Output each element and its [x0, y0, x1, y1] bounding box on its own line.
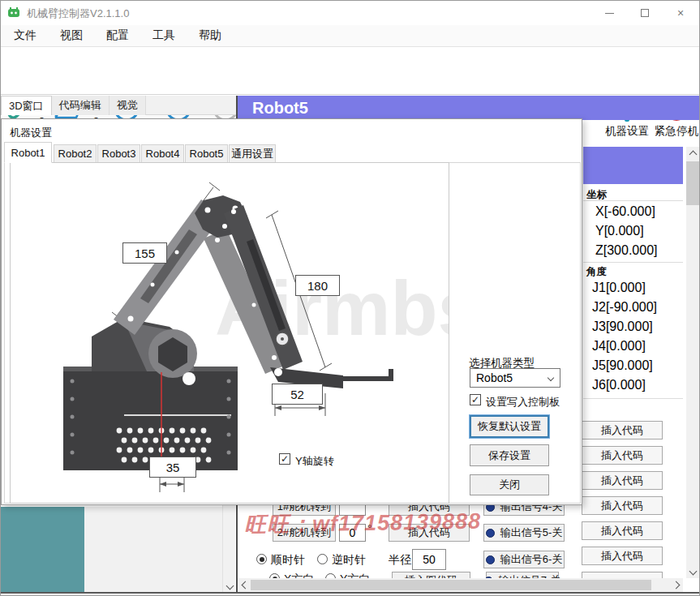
dimension-180-label: 180: [295, 275, 340, 296]
signal-dot-icon: [486, 529, 495, 538]
radius-input[interactable]: [412, 549, 446, 570]
angle-j1-value: J1[0.000]: [592, 281, 646, 295]
tab-vision[interactable]: 视觉: [110, 96, 146, 115]
angle-j6-value: J6[0.000]: [592, 378, 646, 392]
robot-arm-diagram: Airmbs: [10, 162, 449, 504]
chevron-right-icon: [672, 581, 680, 590]
insert-code-button-7[interactable]: [582, 572, 663, 578]
check-icon: ✓: [281, 454, 289, 464]
dialog-tab-robot2[interactable]: Robot2: [54, 144, 97, 163]
menu-config[interactable]: 配置: [106, 28, 129, 43]
menu-tools[interactable]: 工具: [152, 28, 175, 43]
signal-dot-icon: [486, 555, 495, 564]
coord-y-value: Y[0.000]: [595, 224, 644, 238]
write-to-board-label: 设置写入控制板: [486, 395, 560, 409]
x-direction-label: X方向: [284, 572, 314, 578]
check-icon: ✓: [471, 395, 479, 405]
divider: [583, 262, 683, 263]
angle-j2-value: J2[-90.000]: [592, 300, 657, 315]
menu-view[interactable]: 视图: [60, 28, 83, 43]
restore-defaults-button[interactable]: 恢复默认设置: [470, 415, 549, 438]
angles-section-title: 角度: [586, 265, 607, 279]
dialog-tab-general[interactable]: 通用设置: [229, 144, 276, 163]
save-settings-button[interactable]: 保存设置: [470, 444, 549, 466]
chevron-left-icon: [241, 581, 249, 590]
insert-code-button-3[interactable]: 插入代码: [582, 471, 663, 490]
horizontal-scroll-thumb[interactable]: [251, 580, 651, 590]
divider: [583, 398, 683, 399]
chevron-down-icon: [689, 567, 697, 575]
y-rotate-label: Y轴旋转: [295, 454, 334, 469]
dialog-tab-robot4[interactable]: Robot4: [141, 144, 184, 163]
scroll-down-arrow[interactable]: [686, 565, 699, 577]
app-icon: [7, 6, 20, 19]
y-rotate-checkbox[interactable]: ✓: [279, 453, 290, 465]
app-window: 机械臂控制器V2.1.1.0 × 文件 视图 配置 工具 帮助 断开 ▼: [0, 0, 700, 596]
left-vertical-scrollbar[interactable]: [222, 505, 235, 594]
angle-j3-value: J3[90.000]: [592, 319, 653, 334]
tab-3d-window[interactable]: 3D窗口: [1, 96, 52, 115]
window-title: 机械臂控制器V2.1.1.0: [27, 6, 129, 21]
view-tabstrip: 3D窗口 代码编辑 视觉: [1, 96, 236, 115]
minimize-button[interactable]: [593, 1, 625, 25]
close-button[interactable]: ×: [664, 1, 697, 25]
write-to-board-checkbox[interactable]: ✓: [470, 394, 481, 405]
insert-code-button-2[interactable]: 插入代码: [582, 446, 663, 465]
robot-panel-header: Robot5: [238, 96, 700, 120]
angle-j4-value: J4[0.000]: [592, 339, 646, 354]
coord-x-value: X[-60.000]: [595, 204, 655, 219]
viewport-teal-block: [1, 507, 84, 594]
close-dialog-button[interactable]: 关闭: [470, 474, 549, 495]
menu-file[interactable]: 文件: [14, 28, 37, 43]
machine-type-select[interactable]: Robot5: [470, 368, 560, 388]
dialog-tab-robot3[interactable]: Robot3: [97, 144, 140, 163]
tab-code-editor[interactable]: 代码编辑: [52, 96, 110, 115]
insert-code-button-5[interactable]: 插入代码: [582, 521, 663, 540]
insert-code-button-1[interactable]: 插入代码: [582, 421, 663, 439]
dialog-tab-robot5[interactable]: Robot5: [185, 144, 228, 163]
output-signal5-button[interactable]: 输出信号5-关: [483, 524, 565, 542]
insert-code-button-4[interactable]: 插入代码: [582, 496, 663, 515]
title-bar: 机械臂控制器V2.1.1.0 ×: [1, 1, 700, 25]
clockwise-radio[interactable]: [256, 554, 267, 564]
radius-label: 半径: [389, 553, 411, 568]
scroll-left-arrow[interactable]: [239, 578, 251, 592]
coord-z-value: Z[300.000]: [595, 243, 658, 258]
y-direction-label: Y方向: [340, 572, 370, 578]
menu-bar: 文件 视图 配置 工具 帮助: [1, 25, 700, 47]
sidebar-selected-header[interactable]: [583, 147, 683, 184]
maximize-button[interactable]: [629, 1, 661, 25]
divider: [583, 200, 683, 201]
chevron-up-icon: [689, 150, 697, 158]
output-signal7-button[interactable]: 输出信号7-关: [486, 572, 559, 578]
angle-j5-value: J5[90.000]: [592, 358, 653, 373]
toolbar: 断开 ▼ 载入文件 ▼ 运行程序: [1, 47, 700, 95]
machine-type-value: Robot5: [476, 371, 513, 384]
dimension-155-label: 155: [122, 242, 167, 264]
counterclockwise-label: 逆时针: [332, 553, 366, 568]
vertical-scroll-thumb[interactable]: [686, 161, 699, 205]
machine-settings-dialog: 机器设置 Robot1 Robot2 Robot3 Robot4 Robot5 …: [1, 118, 582, 505]
scroll-right-arrow[interactable]: [670, 578, 681, 592]
robot-panel-title: Robot5: [252, 99, 308, 118]
right-vertical-scrollbar[interactable]: [686, 147, 699, 578]
chevron-down-icon: [548, 375, 554, 381]
close-icon: ×: [677, 7, 684, 19]
menu-help[interactable]: 帮助: [199, 28, 221, 43]
insert-circle-code-button[interactable]: 插入圆代码: [392, 572, 470, 578]
scroll-up-arrow[interactable]: [686, 148, 699, 160]
insert-code-button-6[interactable]: 插入代码: [582, 547, 663, 565]
chevron-down-icon: [225, 581, 234, 590]
viewport-gray-block: [84, 507, 222, 594]
maximize-icon: [641, 9, 649, 17]
window-bottom-edge: [1, 592, 700, 594]
red-watermark: 旺旺：wf17158139888: [244, 506, 482, 539]
minimize-icon: [605, 13, 614, 14]
clockwise-label: 顺时针: [271, 553, 305, 568]
counterclockwise-radio[interactable]: [317, 554, 328, 564]
dialog-title: 机器设置: [10, 126, 52, 140]
dimension-52-label: 52: [272, 384, 323, 405]
output-signal6-button[interactable]: 输出信号6-关: [483, 551, 565, 568]
dialog-tab-robot1[interactable]: Robot1: [4, 142, 52, 163]
left-scroll-down-arrow[interactable]: [223, 579, 236, 592]
